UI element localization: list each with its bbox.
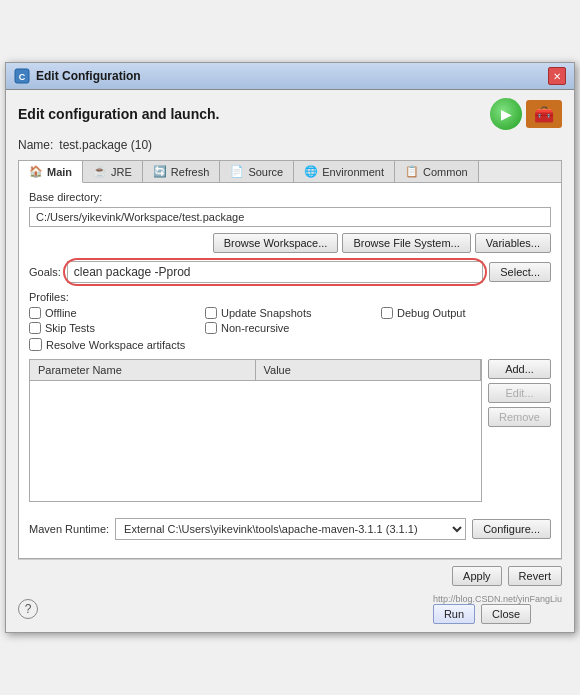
window-body: Edit configuration and launch. ▶ 🧰 Name:… bbox=[6, 90, 574, 632]
configure-button[interactable]: Configure... bbox=[472, 519, 551, 539]
checkbox-non-recursive-label: Non-recursive bbox=[221, 322, 289, 334]
tab-jre[interactable]: ☕ JRE bbox=[83, 161, 143, 182]
footer-right: http://blog.CSDN.net/yinFangLiu Run Clos… bbox=[433, 594, 562, 624]
tab-refresh-label: Refresh bbox=[171, 166, 210, 178]
tab-common[interactable]: 📋 Common bbox=[395, 161, 479, 182]
name-value: test.package (10) bbox=[59, 138, 152, 152]
browse-buttons-row: Browse Workspace... Browse File System..… bbox=[29, 233, 551, 253]
name-row: Name: test.package (10) bbox=[18, 138, 562, 152]
header-section: Edit configuration and launch. ▶ 🧰 bbox=[18, 98, 562, 130]
toolbox-icon: 🧰 bbox=[526, 100, 562, 128]
window-title: Edit Configuration bbox=[36, 69, 141, 83]
add-button[interactable]: Add... bbox=[488, 359, 551, 379]
run-close-buttons: Run Close bbox=[433, 604, 562, 624]
checkbox-skip-tests-label: Skip Tests bbox=[45, 322, 95, 334]
checkbox-offline-label: Offline bbox=[45, 307, 77, 319]
checkbox-update-snapshots-input[interactable] bbox=[205, 307, 217, 319]
checkbox-skip-tests-input[interactable] bbox=[29, 322, 41, 334]
checkbox-resolve-workspace-input[interactable] bbox=[29, 338, 42, 351]
remove-button[interactable]: Remove bbox=[488, 407, 551, 427]
tab-content-main: Base directory: Browse Workspace... Brow… bbox=[19, 183, 561, 558]
checkbox-non-recursive[interactable]: Non-recursive bbox=[205, 322, 375, 334]
maven-runtime-row: Maven Runtime: External C:\Users\yikevin… bbox=[29, 518, 551, 540]
tab-refresh-icon: 🔄 bbox=[153, 165, 167, 178]
tab-refresh[interactable]: 🔄 Refresh bbox=[143, 161, 221, 182]
params-area: Parameter Name Value Add... Edit... Remo… bbox=[29, 359, 551, 510]
title-bar-left: C Edit Configuration bbox=[14, 68, 141, 84]
params-table-wrapper: Parameter Name Value bbox=[29, 359, 482, 510]
profiles-label: Profiles: bbox=[29, 291, 551, 303]
browse-workspace-button[interactable]: Browse Workspace... bbox=[213, 233, 339, 253]
checkbox-update-snapshots-label: Update Snapshots bbox=[221, 307, 312, 319]
name-label: Name: bbox=[18, 138, 53, 152]
goals-label: Goals: bbox=[29, 266, 61, 278]
revert-button[interactable]: Revert bbox=[508, 566, 562, 586]
params-body bbox=[30, 381, 481, 501]
goals-row: Goals: Select... bbox=[29, 261, 551, 283]
run-indicator-icon: ▶ bbox=[490, 98, 522, 130]
params-action-buttons: Add... Edit... Remove bbox=[488, 359, 551, 510]
profiles-section: Profiles: Offline Update Snapshots De bbox=[29, 291, 551, 351]
tab-source-label: Source bbox=[248, 166, 283, 178]
param-col-value: Value bbox=[256, 360, 482, 380]
checkbox-offline-input[interactable] bbox=[29, 307, 41, 319]
select-button[interactable]: Select... bbox=[489, 262, 551, 282]
base-dir-label: Base directory: bbox=[29, 191, 551, 203]
maven-runtime-select[interactable]: External C:\Users\yikevink\tools\apache-… bbox=[115, 518, 466, 540]
main-window: C Edit Configuration ✕ Edit configuratio… bbox=[5, 62, 575, 633]
apply-button[interactable]: Apply bbox=[452, 566, 502, 586]
base-dir-input[interactable] bbox=[29, 207, 551, 227]
edit-button[interactable]: Edit... bbox=[488, 383, 551, 403]
goals-input-wrapper bbox=[67, 261, 483, 283]
title-bar: C Edit Configuration ✕ bbox=[6, 63, 574, 90]
config-icon: C bbox=[14, 68, 30, 84]
browse-file-system-button[interactable]: Browse File System... bbox=[342, 233, 470, 253]
tab-common-label: Common bbox=[423, 166, 468, 178]
tab-common-icon: 📋 bbox=[405, 165, 419, 178]
param-col-name: Parameter Name bbox=[30, 360, 256, 380]
tab-environment-icon: 🌐 bbox=[304, 165, 318, 178]
tab-source[interactable]: 📄 Source bbox=[220, 161, 294, 182]
tabs-container: 🏠 Main ☕ JRE 🔄 Refresh 📄 Source 🌐 bbox=[18, 160, 562, 559]
tab-source-icon: 📄 bbox=[230, 165, 244, 178]
tab-environment-label: Environment bbox=[322, 166, 384, 178]
close-window-button[interactable]: ✕ bbox=[548, 67, 566, 85]
tabs-row: 🏠 Main ☕ JRE 🔄 Refresh 📄 Source 🌐 bbox=[19, 161, 561, 183]
params-header: Parameter Name Value bbox=[30, 360, 481, 381]
tab-main-icon: 🏠 bbox=[29, 165, 43, 178]
checkbox-debug-output-label: Debug Output bbox=[397, 307, 466, 319]
run-button[interactable]: Run bbox=[433, 604, 475, 624]
maven-runtime-label: Maven Runtime: bbox=[29, 523, 109, 535]
tab-environment[interactable]: 🌐 Environment bbox=[294, 161, 395, 182]
header-subtitle: Edit configuration and launch. bbox=[18, 106, 219, 122]
tab-main-label: Main bbox=[47, 166, 72, 178]
checkbox-non-recursive-input[interactable] bbox=[205, 322, 217, 334]
tab-jre-label: JRE bbox=[111, 166, 132, 178]
variables-button[interactable]: Variables... bbox=[475, 233, 551, 253]
checkbox-offline[interactable]: Offline bbox=[29, 307, 199, 319]
watermark: http://blog.CSDN.net/yinFangLiu bbox=[433, 594, 562, 604]
checkbox-resolve-workspace-label: Resolve Workspace artifacts bbox=[46, 339, 185, 351]
checkboxes-grid: Offline Update Snapshots Debug Output bbox=[29, 307, 551, 334]
checkbox-debug-output-input[interactable] bbox=[381, 307, 393, 319]
final-close-button[interactable]: Close bbox=[481, 604, 531, 624]
checkbox-resolve-workspace[interactable]: Resolve Workspace artifacts bbox=[29, 338, 551, 351]
goals-input[interactable] bbox=[67, 261, 483, 283]
bottom-buttons: Apply Revert bbox=[18, 559, 562, 590]
help-icon[interactable]: ? bbox=[18, 599, 38, 619]
checkbox-update-snapshots[interactable]: Update Snapshots bbox=[205, 307, 375, 319]
checkbox-skip-tests[interactable]: Skip Tests bbox=[29, 322, 199, 334]
footer-row: ? http://blog.CSDN.net/yinFangLiu Run Cl… bbox=[18, 590, 562, 624]
params-table: Parameter Name Value bbox=[29, 359, 482, 502]
tab-jre-icon: ☕ bbox=[93, 165, 107, 178]
tab-main[interactable]: 🏠 Main bbox=[19, 161, 83, 183]
svg-text:C: C bbox=[19, 72, 26, 82]
checkbox-debug-output[interactable]: Debug Output bbox=[381, 307, 551, 319]
